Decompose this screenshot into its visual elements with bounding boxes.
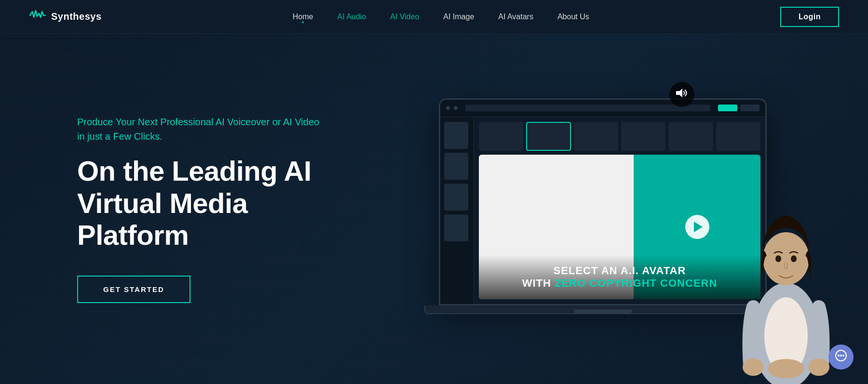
- svg-point-5: [775, 255, 781, 262]
- logo-icon: [29, 7, 46, 26]
- hero-title-line1: On the Leading AI: [77, 155, 312, 186]
- topbar-btn-2: [740, 105, 760, 111]
- svg-point-4: [763, 232, 809, 285]
- logo[interactable]: Synthesys: [29, 7, 102, 26]
- caption-line2: WITH ZERO COPYRIGHT CONCERN: [488, 277, 751, 290]
- sound-icon: [676, 88, 688, 101]
- hero-visual: SELECT AN A.I. AVATAR WITH ZERO COPYRIGH…: [357, 34, 829, 384]
- app-topbar: [440, 100, 765, 117]
- avatar-card-1: [479, 122, 523, 151]
- sidebar-avatar-2: [444, 153, 468, 180]
- laptop-base: [424, 305, 781, 314]
- svg-point-13: [842, 355, 844, 357]
- app-main: SELECT AN A.I. AVATAR WITH ZERO COPYRIGH…: [474, 117, 765, 304]
- hero-title-line2: Virtual Media Platform: [77, 187, 247, 251]
- hero-subtitle: Produce Your Next Professional AI Voiceo…: [77, 115, 328, 144]
- nav-ai-video[interactable]: AI Video: [390, 13, 419, 21]
- play-arrow-icon: [694, 222, 703, 232]
- video-preview: SELECT AN A.I. AVATAR WITH ZERO COPYRIGH…: [479, 155, 760, 299]
- nav-ai-image-link[interactable]: AI Image: [443, 13, 474, 21]
- nav-about-us[interactable]: About Us: [557, 13, 589, 21]
- help-button[interactable]: [828, 344, 854, 370]
- avatar-card-5: [668, 122, 713, 151]
- avatar-svg: [733, 182, 839, 384]
- nav-about-us-link[interactable]: About Us: [557, 13, 589, 21]
- svg-point-9: [768, 359, 804, 378]
- caption-line2-teal: ZERO COPYRIGHT CONCERN: [555, 277, 717, 289]
- hero-content: Produce Your Next Professional AI Voiceo…: [77, 115, 357, 303]
- nav-ai-avatars-link[interactable]: AI Avatars: [498, 13, 533, 21]
- nav-ai-image[interactable]: AI Image: [443, 13, 474, 21]
- topbar-btn-1: [718, 105, 737, 111]
- svg-marker-0: [676, 89, 682, 97]
- sound-button[interactable]: [669, 82, 694, 107]
- svg-point-12: [840, 355, 842, 357]
- sidebar-avatar-4: [444, 214, 468, 241]
- app-ui: SELECT AN A.I. AVATAR WITH ZERO COPYRIGH…: [440, 100, 765, 304]
- nav-ai-audio[interactable]: AI Audio: [337, 13, 366, 21]
- sidebar-avatar-3: [444, 184, 468, 211]
- svg-point-11: [838, 355, 840, 357]
- avatar-card-2: [526, 122, 570, 151]
- nav-links: Home AI Audio AI Video AI Image AI Avata…: [293, 13, 589, 21]
- laptop-screen: SELECT AN A.I. AVATAR WITH ZERO COPYRIGH…: [439, 98, 767, 305]
- app-sidebar: [440, 117, 474, 304]
- login-button[interactable]: Login: [780, 7, 839, 27]
- help-icon: [834, 349, 848, 365]
- video-caption: SELECT AN A.I. AVATAR WITH ZERO COPYRIGH…: [479, 255, 760, 299]
- nav-home[interactable]: Home: [293, 13, 313, 21]
- topbar-dot-2: [454, 106, 458, 110]
- navbar: Synthesys Home AI Audio AI Video AI Imag…: [0, 0, 868, 34]
- app-content: SELECT AN A.I. AVATAR WITH ZERO COPYRIGH…: [440, 117, 765, 304]
- hero-section: Produce Your Next Professional AI Voiceo…: [0, 34, 868, 384]
- avatar-card-4: [621, 122, 665, 151]
- topbar-dot-1: [446, 106, 450, 110]
- avatar-card-3: [574, 122, 618, 151]
- topbar-search: [465, 105, 710, 111]
- avatar-card-6: [716, 122, 760, 151]
- nav-ai-avatars[interactable]: AI Avatars: [498, 13, 533, 21]
- play-button[interactable]: [685, 215, 709, 239]
- svg-point-7: [743, 358, 764, 376]
- hero-title: On the Leading AI Virtual Media Platform: [77, 155, 357, 252]
- svg-point-6: [791, 255, 797, 262]
- ai-avatar-figure: [733, 182, 839, 384]
- nav-ai-audio-link[interactable]: AI Audio: [337, 13, 366, 21]
- nav-home-link[interactable]: Home: [293, 13, 313, 21]
- sidebar-avatar-1: [444, 122, 468, 149]
- nav-ai-video-link[interactable]: AI Video: [390, 13, 419, 21]
- get-started-button[interactable]: GET STARTED: [77, 276, 190, 303]
- svg-point-8: [808, 358, 829, 376]
- avatar-grid: [479, 122, 760, 151]
- laptop-mockup: SELECT AN A.I. AVATAR WITH ZERO COPYRIGH…: [439, 98, 767, 320]
- brand-name: Synthesys: [51, 11, 102, 22]
- caption-line1: SELECT AN A.I. AVATAR: [488, 265, 751, 277]
- caption-line2-white: WITH: [522, 277, 555, 289]
